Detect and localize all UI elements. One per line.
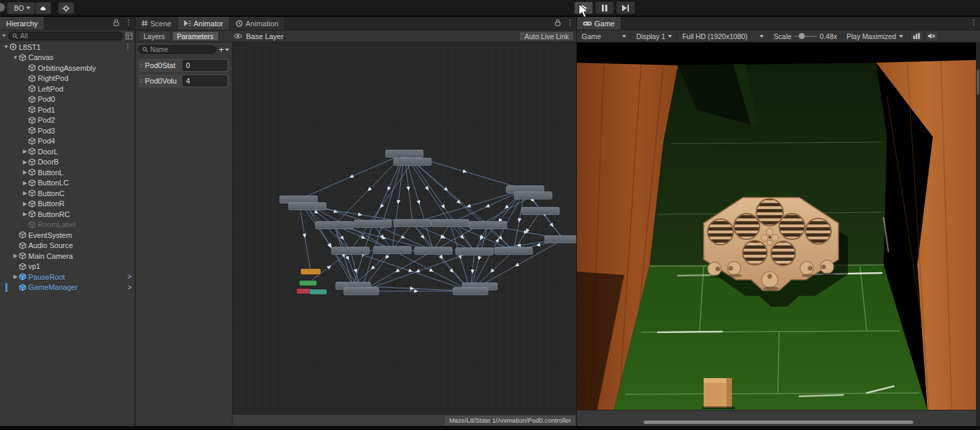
divider[interactable] xyxy=(576,16,577,426)
step-button[interactable] xyxy=(616,1,635,14)
tree-item-pod3[interactable]: Pod3 xyxy=(0,125,135,136)
tab-scene[interactable]: Scene xyxy=(135,17,178,30)
state-node[interactable] xyxy=(514,192,552,199)
account-button[interactable]: BO xyxy=(7,2,35,14)
eye-icon[interactable] xyxy=(233,33,243,39)
scale-slider[interactable] xyxy=(794,36,817,37)
tree-item-pod0[interactable]: Pod0 xyxy=(0,94,135,105)
foldout-closed-icon[interactable]: ▶ xyxy=(12,274,19,280)
state-node[interactable] xyxy=(545,236,576,243)
game-menu-icon[interactable]: ⋮ xyxy=(970,19,977,26)
avatar[interactable] xyxy=(0,3,5,12)
resolution-dropdown[interactable]: Full HD (1920x1080) xyxy=(677,30,768,42)
game-hscroll-thumb[interactable] xyxy=(644,421,913,424)
tree-item-buttonl[interactable]: ▶ButtonL xyxy=(0,167,135,178)
tree-item-doorb[interactable]: ▶DoorB xyxy=(0,157,135,168)
tree-item-audio-source[interactable]: Audio Source xyxy=(0,241,135,251)
state-node[interactable] xyxy=(386,150,423,158)
mute-audio-button[interactable] xyxy=(925,31,939,42)
entry-node[interactable] xyxy=(299,280,317,286)
auto-live-link-button[interactable]: Auto Live Link xyxy=(519,31,574,41)
game-vscroll-thumb[interactable] xyxy=(977,69,979,95)
tree-item-doorl[interactable]: ▶DoorL xyxy=(0,146,135,157)
parameter-value-field[interactable]: 0 xyxy=(183,60,227,71)
state-node[interactable] xyxy=(332,247,369,255)
foldout-closed-icon[interactable]: ▶ xyxy=(12,253,19,259)
tree-item-buttonc[interactable]: ▶ButtonC xyxy=(0,188,135,199)
hierarchy-menu-icon[interactable]: ⋮ xyxy=(125,19,132,26)
state-node[interactable] xyxy=(495,247,532,255)
parameters-tab[interactable]: Parameters xyxy=(172,31,219,41)
layers-tab[interactable]: Layers xyxy=(138,31,171,41)
foldout-closed-icon[interactable]: ▶ xyxy=(22,169,28,175)
tree-item-gamemanager[interactable]: GameManager> xyxy=(0,282,135,293)
game-display-mode-dropdown[interactable]: Game xyxy=(577,30,631,42)
tree-item-canvas[interactable]: ▼Canvas xyxy=(0,53,135,63)
lock-icon[interactable] xyxy=(555,19,561,26)
tab-animation[interactable]: Animation xyxy=(230,17,285,30)
hierarchy-search-input[interactable]: All xyxy=(8,32,123,40)
animator-menu-icon[interactable]: ⋮ xyxy=(566,19,574,26)
settings-button[interactable] xyxy=(58,2,74,14)
play-maximized-dropdown[interactable]: Play Maximized xyxy=(842,30,908,42)
animator-graph[interactable] xyxy=(233,42,576,414)
breadcrumb[interactable]: Base Layer xyxy=(246,32,284,40)
state-node[interactable] xyxy=(354,220,392,228)
foldout-closed-icon[interactable]: ▶ xyxy=(22,159,28,165)
tree-item-buttonr[interactable]: ▶ButtonR xyxy=(0,199,135,210)
tree-item-pauseroot[interactable]: ▶PauseRoot> xyxy=(0,272,135,282)
divider[interactable] xyxy=(135,16,135,426)
prefab-open-chevron[interactable]: > xyxy=(127,273,131,280)
pause-button[interactable] xyxy=(595,1,614,14)
state-node[interactable] xyxy=(431,220,469,227)
state-node[interactable] xyxy=(373,247,411,254)
state-node[interactable] xyxy=(415,247,452,255)
parameter-value-field[interactable]: 4 xyxy=(183,75,227,86)
state-node[interactable] xyxy=(469,222,507,229)
foldout-closed-icon[interactable]: ▶ xyxy=(22,190,28,196)
foldout-closed-icon[interactable]: ▶ xyxy=(22,211,28,217)
parameter-row-pod0stat[interactable]: Pod0Stat 0 xyxy=(138,59,229,72)
tab-hierarchy[interactable]: Hierarchy xyxy=(0,17,44,30)
cloud-button[interactable] xyxy=(35,2,51,14)
foldout-open-icon[interactable]: ▼ xyxy=(3,44,9,50)
parameter-row-pod0volu[interactable]: Pod0Volu 4 xyxy=(138,74,229,88)
state-node[interactable] xyxy=(315,222,353,229)
state-node[interactable] xyxy=(453,288,488,295)
item-menu-icon[interactable]: ⋮ xyxy=(124,42,131,51)
prefab-open-chevron[interactable]: > xyxy=(127,284,131,291)
lock-icon[interactable] xyxy=(113,19,119,26)
tab-animator[interactable]: Animator xyxy=(178,17,230,30)
state-node[interactable] xyxy=(288,203,326,210)
tree-item-eventsystem[interactable]: EventSystem xyxy=(0,230,135,241)
tree-item-leftpod[interactable]: LeftPod xyxy=(0,84,135,94)
tree-item-roomlabel[interactable]: RoomLabel xyxy=(0,220,135,231)
display-dropdown[interactable]: Display 1 xyxy=(632,30,677,42)
state-node[interactable] xyxy=(280,196,317,204)
stats-button[interactable] xyxy=(910,31,923,42)
foldout-closed-icon[interactable]: ▶ xyxy=(22,180,28,186)
add-parameter-button[interactable]: + xyxy=(218,44,229,55)
foldout-closed-icon[interactable]: ▶ xyxy=(22,148,28,154)
tree-item-l8st1[interactable]: ▼L8ST1⋮ xyxy=(0,42,135,53)
foldout-closed-icon[interactable]: ▶ xyxy=(22,201,28,207)
tree-item-pod2[interactable]: Pod2 xyxy=(0,115,135,126)
subscene-icon[interactable] xyxy=(125,32,133,40)
tree-item-buttonrc[interactable]: ▶ButtonRC xyxy=(0,209,135,220)
state-node[interactable] xyxy=(394,220,431,227)
drag-handle[interactable] xyxy=(140,80,143,82)
drag-handle[interactable] xyxy=(140,64,143,67)
tree-item-pod1[interactable]: Pod1 xyxy=(0,104,135,115)
tree-item-main-camera[interactable]: ▶Main Camera xyxy=(0,251,135,262)
game-viewport[interactable] xyxy=(577,42,976,410)
state-node[interactable] xyxy=(344,288,379,295)
teal-node[interactable] xyxy=(309,289,327,295)
any-node[interactable] xyxy=(301,269,321,275)
foldout-open-icon[interactable]: ▼ xyxy=(12,55,19,61)
state-node[interactable] xyxy=(394,158,431,166)
state-node[interactable] xyxy=(522,208,559,215)
hierarchy-filter-dropdown-icon[interactable] xyxy=(2,34,6,37)
tree-item-vp1[interactable]: vp1 xyxy=(0,262,135,272)
state-node[interactable] xyxy=(456,248,493,255)
parameter-search-input[interactable]: Name xyxy=(138,45,216,54)
